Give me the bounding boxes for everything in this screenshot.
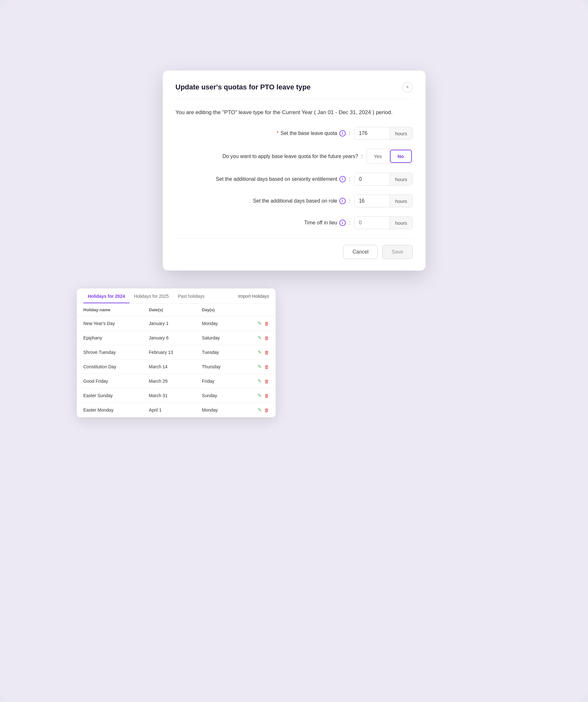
delete-icon[interactable]: 🗑 [264,407,269,413]
modal-footer: Cancel Save [176,238,413,259]
delete-icon[interactable]: 🗑 [264,321,269,326]
holidays-panel: Holidays for 2024 Holidays for 2025 Past… [77,288,276,417]
seniority-input-group: hours [354,173,413,186]
seniority-input[interactable] [354,173,390,185]
holiday-name-cell: Shrove Tuesday [77,345,143,360]
close-button[interactable]: × [403,82,413,92]
table-row: Shrove Tuesday February 13 Tuesday ✎ 🗑 [77,345,276,360]
table-row: Easter Sunday March 31 Sunday ✎ 🗑 [77,388,276,403]
base-quota-row: * Set the base leave quota i : hours [176,127,413,140]
tab-holidays-2024[interactable]: Holidays for 2024 [83,288,129,303]
delete-icon[interactable]: 🗑 [264,364,269,370]
holiday-name-cell: New Year's Day [77,316,143,331]
holiday-date-cell: January 6 [143,331,196,345]
time-off-lieu-info-icon[interactable]: i [339,220,346,226]
role-row: Set the additional days based on role i … [176,195,413,207]
holidays-table: Holiday name Date(s) Day(s) New Year's D… [77,304,276,417]
holiday-date-cell: March 31 [143,388,196,403]
holiday-actions-cell: ✎ 🗑 [241,360,276,374]
delete-icon[interactable]: 🗑 [264,378,269,384]
col-holiday-name: Holiday name [77,304,143,316]
holiday-name-cell: Constitution Day [77,360,143,374]
delete-icon[interactable]: 🗑 [264,335,269,341]
modal-header: Update user's quotas for PTO leave type … [176,82,413,99]
edit-icon[interactable]: ✎ [258,335,262,341]
holiday-date-cell: January 1 [143,316,196,331]
holiday-name-cell: Easter Sunday [77,388,143,403]
edit-icon[interactable]: ✎ [258,393,262,398]
holiday-name-cell: Easter Monday [77,403,143,417]
future-years-label: Do you want to apply base leave quota fo… [223,153,363,159]
table-row: Epiphany January 6 Saturday ✎ 🗑 [77,331,276,345]
delete-icon[interactable]: 🗑 [264,393,269,398]
holiday-day-cell: Friday [195,374,241,388]
table-header-row: Holiday name Date(s) Day(s) [77,304,276,316]
yes-no-toggle: Yes No [366,149,412,164]
time-off-lieu-input[interactable] [354,217,390,229]
holiday-date-cell: February 13 [143,345,196,360]
role-input[interactable] [354,195,390,207]
time-off-lieu-label: Time off in lieu i : [304,220,350,226]
time-off-lieu-unit: hours [390,217,412,229]
required-star: * [277,130,278,136]
role-unit: hours [390,195,412,207]
holiday-day-cell: Thursday [195,360,241,374]
holiday-day-cell: Sunday [195,388,241,403]
modal-description: You are editing the "PTO" leave type for… [176,108,413,117]
edit-icon[interactable]: ✎ [258,407,262,413]
holiday-actions-cell: ✎ 🗑 [241,374,276,388]
time-off-lieu-row: Time off in lieu i : hours [176,216,413,229]
import-holidays-link[interactable]: Import Holidays [238,288,269,303]
table-row: New Year's Day January 1 Monday ✎ 🗑 [77,316,276,331]
holiday-actions-cell: ✎ 🗑 [241,331,276,345]
holiday-actions-cell: ✎ 🗑 [241,316,276,331]
holiday-day-cell: Monday [195,403,241,417]
cancel-button[interactable]: Cancel [343,245,378,259]
close-icon: × [406,84,409,90]
seniority-info-icon[interactable]: i [339,176,346,183]
base-quota-input-group: hours [354,127,413,140]
no-button[interactable]: No [390,150,412,163]
base-quota-info-icon[interactable]: i [339,130,346,136]
col-days: Day(s) [195,304,241,316]
base-quota-unit: hours [390,127,412,139]
future-years-row: Do you want to apply base leave quota fo… [176,149,413,164]
table-row: Constitution Day March 14 Thursday ✎ 🗑 [77,360,276,374]
role-label: Set the additional days based on role i … [253,198,350,204]
seniority-unit: hours [390,173,412,185]
tab-past-holidays[interactable]: Past holidays [173,288,209,303]
holiday-day-cell: Tuesday [195,345,241,360]
table-row: Good Friday March 29 Friday ✎ 🗑 [77,374,276,388]
holiday-day-cell: Saturday [195,331,241,345]
tab-holidays-2025[interactable]: Holidays for 2025 [129,288,173,303]
holiday-date-cell: March 29 [143,374,196,388]
holiday-day-cell: Monday [195,316,241,331]
edit-icon[interactable]: ✎ [258,349,262,355]
edit-icon[interactable]: ✎ [258,364,262,370]
delete-icon[interactable]: 🗑 [264,350,269,355]
role-info-icon[interactable]: i [339,198,346,204]
holiday-actions-cell: ✎ 🗑 [241,388,276,403]
holiday-name-cell: Good Friday [77,374,143,388]
time-off-lieu-input-group: hours [354,216,413,229]
edit-icon[interactable]: ✎ [258,321,262,326]
holiday-date-cell: March 14 [143,360,196,374]
yes-button[interactable]: Yes [367,149,389,163]
holidays-tabs: Holidays for 2024 Holidays for 2025 Past… [77,288,276,304]
col-dates: Date(s) [143,304,196,316]
seniority-row: Set the additional days based on seniori… [176,173,413,186]
save-button[interactable]: Save [382,245,412,259]
modal-title: Update user's quotas for PTO leave type [176,83,311,91]
page-wrapper: Update user's quotas for PTO leave type … [0,0,588,702]
holiday-actions-cell: ✎ 🗑 [241,345,276,360]
holiday-actions-cell: ✎ 🗑 [241,403,276,417]
edit-icon[interactable]: ✎ [258,378,262,384]
holiday-name-cell: Epiphany [77,331,143,345]
quota-modal: Update user's quotas for PTO leave type … [163,71,426,270]
table-row: Easter Monday April 1 Monday ✎ 🗑 [77,403,276,417]
base-quota-input[interactable] [354,127,390,139]
role-input-group: hours [354,195,413,207]
base-quota-label: * Set the base leave quota i : [277,130,350,136]
col-actions [241,304,276,316]
seniority-label: Set the additional days based on seniori… [216,176,350,183]
